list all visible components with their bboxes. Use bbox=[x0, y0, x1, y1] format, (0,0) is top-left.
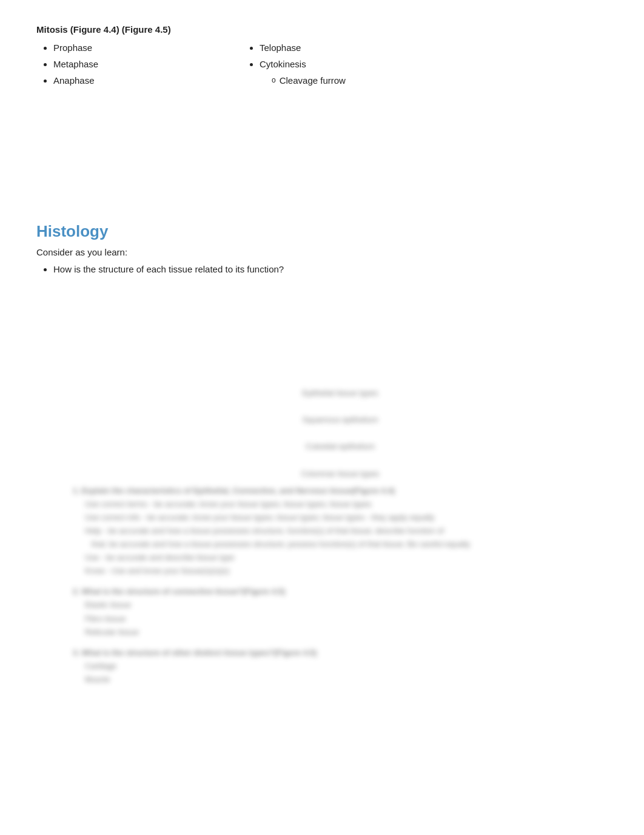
sub-list-item: Cleavage furrow bbox=[272, 72, 485, 89]
blurred-item-3: 3. What is the structure of other distin… bbox=[73, 646, 608, 686]
mitosis-title: Mitosis (Figure 4.4) (Figure 4.5) bbox=[36, 24, 608, 35]
list-item: Prophase bbox=[53, 39, 243, 56]
blurred-item2-label: 2. What is the structure of connective t… bbox=[73, 587, 285, 596]
mitosis-left-col: Prophase Metaphase Anaphase bbox=[36, 39, 243, 89]
mitosis-sub-list: Cleavage furrow bbox=[260, 72, 485, 89]
mitosis-normal-text: Mitosis bbox=[36, 24, 70, 35]
blurred-item-label: 1. Explain the characteristics of Epithe… bbox=[73, 486, 395, 495]
blurred-line: Epithelial tissue types bbox=[73, 387, 608, 400]
histology-section: Histology Consider as you learn: How is … bbox=[36, 222, 608, 277]
blurred-item-2: 2. What is the structure of connective t… bbox=[73, 585, 608, 638]
list-item: Cytokinesis Cleavage furrow bbox=[260, 56, 485, 89]
blurred-line: Squamous epithelium bbox=[73, 413, 608, 427]
mitosis-left-list: Prophase Metaphase Anaphase bbox=[36, 39, 243, 89]
list-item: Telophase bbox=[260, 39, 485, 56]
mitosis-bold-text: (Figure 4.4) (Figure 4.5) bbox=[70, 24, 171, 35]
histology-list: How is the structure of each tissue rela… bbox=[36, 261, 608, 277]
mitosis-columns: Prophase Metaphase Anaphase Telophase Cy… bbox=[36, 39, 608, 89]
blurred-item2-details: Elastic tissue Fibro tissue Reticular ti… bbox=[73, 598, 608, 638]
mitosis-right-list: Telophase Cytokinesis Cleavage furrow bbox=[243, 39, 485, 89]
blurred-line: Columnar tissue types bbox=[73, 467, 608, 481]
blurred-item3-details: Cartilage Muscle bbox=[73, 660, 608, 686]
mitosis-right-col: Telophase Cytokinesis Cleavage furrow bbox=[243, 39, 485, 89]
blurred-item3-label: 3. What is the structure of other distin… bbox=[73, 648, 317, 657]
blurred-line: Cuboidal epithelium bbox=[73, 440, 608, 453]
histology-title: Histology bbox=[36, 222, 608, 241]
list-item: Metaphase bbox=[53, 56, 243, 72]
blurred-header: Epithelial tissue types Squamous epithel… bbox=[73, 387, 608, 481]
list-item: Anaphase bbox=[53, 72, 243, 89]
blurred-content-area: Epithelial tissue types Squamous epithel… bbox=[36, 387, 608, 686]
blurred-item-1: 1. Explain the characteristics of Epithe… bbox=[73, 484, 608, 578]
consider-label: Consider as you learn: bbox=[36, 247, 608, 257]
blurred-item-details: Use correct terms - be accurate; know yo… bbox=[73, 498, 608, 578]
mitosis-section: Mitosis (Figure 4.4) (Figure 4.5) Propha… bbox=[36, 24, 608, 89]
histology-bullet: How is the structure of each tissue rela… bbox=[53, 261, 608, 277]
